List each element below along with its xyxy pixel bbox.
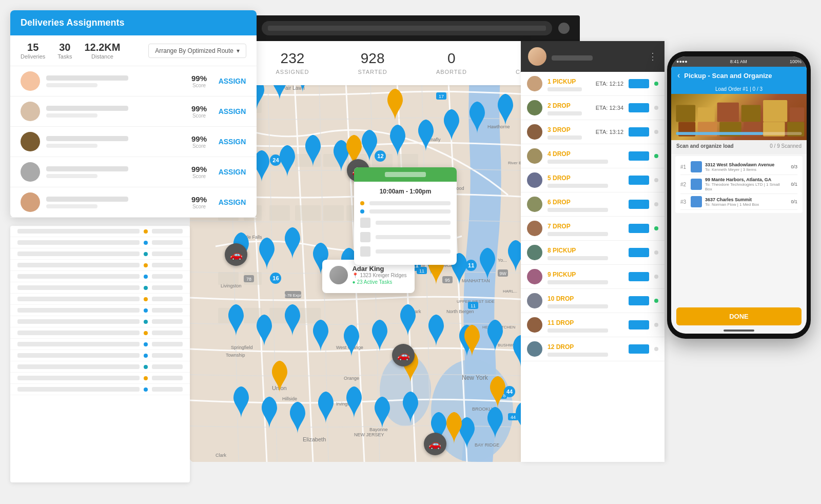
driver-name-bar-4: [46, 197, 128, 202]
arrange-label: Arrange By Optimized Route: [155, 47, 233, 54]
three-dots-menu[interactable]: ⋮: [648, 51, 657, 62]
list-rows-container: [10, 226, 190, 395]
driver-score-3: 99% Score: [186, 165, 212, 179]
score-value-2: 99%: [186, 134, 212, 143]
list-bar-long-3: [17, 263, 140, 267]
assign-button-2[interactable]: ASSIGN: [218, 138, 246, 146]
route-detail-bar-2: [548, 135, 582, 140]
list-bar-short-8: [152, 319, 183, 324]
route-eta-1: ETA: 12:34: [596, 105, 623, 111]
phone-status-signal: ●●●●: [676, 59, 688, 64]
svg-rect-94: [676, 105, 695, 122]
route-detail-bar-7: [548, 256, 608, 260]
score-label-3: Score: [186, 173, 212, 179]
route-item-5: 6 DROP: [521, 192, 664, 217]
route-detail-bar-9: [548, 304, 608, 308]
driver-detail-bar-4: [46, 204, 97, 208]
svg-text:Hillside: Hillside: [282, 396, 297, 401]
list-bar-short-6: [152, 297, 183, 301]
driver-name-bar-0: [46, 75, 128, 81]
route-item-6: 7 DROP: [521, 217, 664, 241]
svg-text:95: 95: [445, 278, 450, 283]
route-avatar-6: [527, 221, 542, 236]
route-type-11: 12 DROP: [548, 343, 574, 351]
route-item-2: 3 DROP ETA: 13:12: [521, 120, 664, 144]
route-eta-0: ETA: 12:12: [596, 81, 623, 87]
assign-button-0[interactable]: ASSIGN: [218, 77, 246, 85]
list-bar-long-6: [17, 297, 140, 301]
route-detail-bar-1: [548, 111, 582, 115]
route-detail-bar-8: [548, 280, 608, 284]
list-dot-0: [144, 229, 148, 234]
route-avatar-8: [527, 269, 542, 284]
driver-avatar-1: [21, 102, 40, 121]
time-popup-row-3: [360, 216, 451, 230]
svg-text:NEW JERSEY: NEW JERSEY: [354, 432, 384, 437]
phone-header: ‹ Pickup - Scan and Organize: [671, 67, 807, 84]
route-avatar-3: [527, 148, 542, 164]
time-popup-bar-3: [376, 221, 451, 225]
list-row-10: [10, 339, 190, 350]
scan-item-count-0: 0/3: [791, 164, 797, 169]
green-dot-6: [654, 226, 658, 230]
route-badge-0: [629, 79, 649, 88]
list-bar-long-2: [17, 251, 140, 256]
package-icon-1: [360, 218, 370, 228]
list-bar-short-11: [152, 353, 183, 358]
arrange-button[interactable]: Arrange By Optimized Route ▾: [148, 44, 246, 58]
route-type-9: 10 DROP: [548, 295, 574, 302]
phone-progress-section: Scan and organize load 0 / 9 Scanned: [671, 140, 807, 154]
grey-dot-2: [654, 130, 658, 134]
svg-text:44: 44: [511, 415, 516, 420]
svg-rect-98: [763, 100, 787, 122]
svg-rect-97: [741, 105, 761, 122]
phone-status-bar: ●●●● 8:41 AM 100%: [671, 56, 807, 67]
score-label-2: Score: [186, 143, 212, 149]
driver-avatar-3: [21, 162, 40, 182]
svg-text:78: 78: [246, 277, 251, 282]
grey-dot-10: [654, 323, 658, 327]
route-badge-5: [629, 200, 649, 209]
back-arrow-button[interactable]: ‹: [677, 71, 680, 80]
driver-name-bar-1: [46, 106, 128, 111]
list-bar-long-4: [17, 274, 140, 279]
driver-rows-container: 99% Score ASSIGN 99% Score ASSIGN 99% Sc…: [10, 66, 257, 218]
phone-subtitle: Load Order #1 | 0 / 3: [671, 84, 807, 94]
browser-bar: [251, 15, 580, 41]
orange-dot-popup: [360, 201, 364, 205]
score-value-0: 99%: [186, 74, 212, 83]
list-dot-12: [144, 365, 148, 369]
time-popup-row-2: [360, 207, 451, 216]
list-bar-long-8: [17, 319, 140, 324]
list-dot-10: [144, 342, 148, 346]
route-info-9: 10 DROP: [548, 294, 623, 308]
route-badge-6: [629, 224, 649, 233]
assign-button-4[interactable]: ASSIGN: [218, 198, 246, 206]
driver-name-bar-3: [46, 166, 128, 171]
list-dot-3: [144, 263, 148, 267]
svg-text:17: 17: [439, 94, 444, 99]
mobile-phone: ●●●● 8:41 AM 100% ‹ Pickup - Scan and Or…: [667, 51, 811, 339]
route-detail-bar-6: [548, 232, 608, 236]
svg-text:11: 11: [471, 303, 476, 308]
score-label-1: Score: [186, 113, 212, 119]
car-icon-3: 🚗: [397, 349, 410, 361]
phone-done-button[interactable]: DONE: [676, 307, 802, 325]
chevron-down-icon: ▾: [237, 47, 240, 54]
route-item-3: 4 DROP: [521, 144, 664, 168]
svg-rect-35: [398, 154, 418, 167]
assign-button-1[interactable]: ASSIGN: [218, 107, 246, 115]
route-info-1: 2 DROP: [548, 101, 591, 115]
car-marker-4[interactable]: 🚗: [424, 433, 446, 455]
list-row-0: [10, 226, 190, 237]
package-icon-2: [360, 232, 370, 242]
assign-button-3[interactable]: ASSIGN: [218, 168, 246, 176]
list-row-8: [10, 316, 190, 327]
url-bar[interactable]: [262, 21, 552, 35]
car-marker-1[interactable]: 🚗: [225, 243, 247, 266]
car-icon-1: 🚗: [230, 248, 243, 261]
route-type-3: 4 DROP: [548, 150, 571, 158]
route-info-6: 7 DROP: [548, 221, 623, 236]
list-row-13: [10, 373, 190, 384]
time-popup-header-bar: [385, 172, 426, 177]
